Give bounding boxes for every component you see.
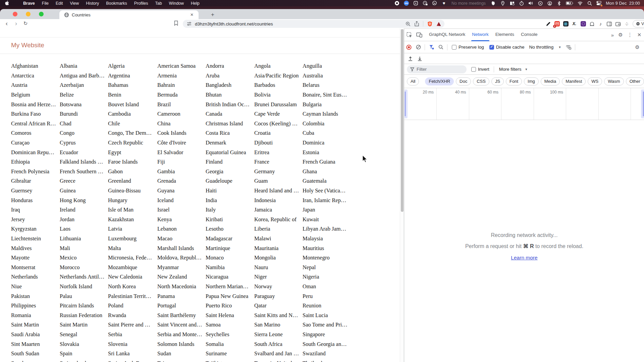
country-item[interactable]: Syrian Arab Rep…: [108, 360, 157, 362]
devtools-tab-elements[interactable]: Elements: [492, 29, 518, 41]
country-item[interactable]: Lithuania: [60, 235, 108, 242]
country-item[interactable]: Northern Marian…: [206, 283, 254, 290]
country-item[interactable]: Micronesia, Fede…: [108, 254, 157, 261]
menu-item-history[interactable]: History: [86, 1, 99, 6]
country-item[interactable]: Cayman Islands: [303, 111, 365, 117]
country-item[interactable]: San Marino: [254, 321, 303, 328]
network-conditions-icon[interactable]: [564, 41, 573, 53]
country-item[interactable]: Saint Barthélemy: [157, 312, 206, 319]
network-overview-timeline[interactable]: 20 ms40 ms60 ms80 ms100 ms: [404, 88, 644, 120]
sidebar-extension-icon[interactable]: [606, 21, 612, 27]
country-item[interactable]: Congo: [60, 130, 108, 136]
country-item[interactable]: Panama: [157, 293, 206, 300]
overview-left-handle[interactable]: [405, 89, 408, 118]
heart-icon[interactable]: ♥: [441, 1, 446, 6]
country-item[interactable]: Gambia: [157, 168, 206, 175]
country-item[interactable]: Bhutan: [206, 92, 254, 98]
country-item[interactable]: Saint Lucia: [303, 312, 365, 319]
country-item[interactable]: Mongolia: [254, 254, 303, 261]
country-item[interactable]: Cameroon: [157, 111, 206, 117]
country-item[interactable]: Chad: [60, 120, 108, 127]
country-item[interactable]: Austria: [11, 82, 60, 88]
country-item[interactable]: Dominican Repu…: [11, 149, 60, 156]
country-item[interactable]: Suriname: [206, 350, 254, 357]
country-item[interactable]: Slovakia: [60, 341, 108, 348]
chip-other[interactable]: Other: [626, 77, 644, 85]
overview-right-handle[interactable]: [641, 89, 644, 118]
country-item[interactable]: Saint Martin: [60, 321, 108, 328]
country-item[interactable]: Morocco: [60, 264, 108, 271]
country-item[interactable]: Monaco: [206, 254, 254, 261]
country-item[interactable]: India: [206, 197, 254, 204]
country-item[interactable]: American Samoa: [157, 63, 206, 69]
country-item[interactable]: Bouvet Island: [108, 101, 157, 108]
country-item[interactable]: Malta: [108, 245, 157, 252]
country-item[interactable]: Nepal: [303, 264, 365, 271]
filter-input[interactable]: [417, 67, 460, 72]
country-item[interactable]: Faroe Islands: [108, 159, 157, 165]
country-item[interactable]: Nauru: [254, 264, 303, 271]
country-item[interactable]: Iraq: [11, 206, 60, 213]
country-item[interactable]: Paraguay: [254, 293, 303, 300]
country-item[interactable]: Moldova, Republ…: [157, 254, 206, 261]
volume-icon[interactable]: [528, 1, 533, 6]
country-item[interactable]: Guyana: [157, 187, 206, 194]
country-item[interactable]: China: [157, 120, 206, 127]
back-button[interactable]: ‹: [3, 19, 11, 27]
country-item[interactable]: South Africa: [254, 341, 303, 348]
vpn-button[interactable]: VPN: [633, 20, 644, 27]
country-item[interactable]: Spain: [60, 350, 108, 357]
country-item[interactable]: Cape Verde: [254, 111, 303, 117]
country-item[interactable]: Guinea-Bissau: [108, 187, 157, 194]
inspect-element-icon[interactable]: [404, 29, 414, 41]
chip-ws[interactable]: WS: [588, 77, 602, 85]
country-item[interactable]: Antigua and Barb…: [60, 72, 108, 79]
country-item[interactable]: Sudan: [157, 350, 206, 357]
country-item[interactable]: Guadeloupe: [206, 178, 254, 184]
country-item[interactable]: Pakistan: [11, 293, 60, 300]
country-item[interactable]: Macao: [157, 235, 206, 242]
country-item[interactable]: Sri Lanka: [108, 350, 157, 357]
x-extension-icon[interactable]: X.: [572, 21, 577, 27]
country-item[interactable]: Montenegro: [303, 254, 365, 261]
country-item[interactable]: Cyprus: [60, 139, 108, 146]
devtools-tab-console[interactable]: Console: [518, 29, 541, 41]
menu-item-tab[interactable]: Tab: [155, 1, 162, 6]
wifi-icon[interactable]: [578, 1, 583, 6]
zoom-app-icon[interactable]: zm: [404, 1, 409, 6]
country-item[interactable]: Saudi Arabia: [11, 331, 60, 338]
bookmark-icon[interactable]: [174, 20, 178, 27]
bluetooth-icon[interactable]: [556, 1, 561, 6]
country-item[interactable]: Croatia: [254, 130, 303, 136]
country-item[interactable]: Gabon: [108, 168, 157, 175]
country-item[interactable]: Grenada: [157, 178, 206, 184]
country-item[interactable]: Myanmar: [157, 264, 206, 271]
country-item[interactable]: Barbados: [254, 82, 303, 88]
country-item[interactable]: Greenland: [108, 178, 157, 184]
country-item[interactable]: Burkina Faso: [11, 111, 60, 117]
country-item[interactable]: Poland: [108, 302, 157, 309]
country-item[interactable]: Senegal: [60, 331, 108, 338]
whatsapp-icon[interactable]: [432, 1, 437, 6]
country-item[interactable]: Thailand: [303, 360, 365, 362]
page-scrollbar[interactable]: [400, 28, 404, 362]
country-item[interactable]: Kyrgyzstan: [11, 226, 60, 232]
battery-icon[interactable]: [566, 1, 573, 6]
country-item[interactable]: Saint Martin: [11, 321, 60, 328]
country-item[interactable]: Bermuda: [157, 92, 206, 98]
country-item[interactable]: Ethiopia: [11, 159, 60, 165]
invert-checkbox[interactable]: Invert: [471, 67, 489, 72]
country-item[interactable]: Serbia: [108, 331, 157, 338]
site-settings-icon[interactable]: [187, 21, 192, 26]
country-item[interactable]: Rwanda: [108, 312, 157, 319]
country-item[interactable]: New Caledonia: [108, 274, 157, 280]
menu-item-profiles[interactable]: Profiles: [134, 1, 148, 6]
window-tile-icon[interactable]: [509, 1, 515, 6]
country-item[interactable]: Guinea: [60, 187, 108, 194]
country-item[interactable]: Cambodia: [108, 111, 157, 117]
music-extension-icon[interactable]: ♪: [598, 21, 603, 27]
country-item[interactable]: Côte d'Ivoire: [157, 139, 206, 146]
country-item[interactable]: Sao Tome and Pri…: [303, 321, 365, 328]
country-item[interactable]: Equatorial Guinea: [206, 149, 254, 156]
country-item[interactable]: Solomon Islands: [157, 341, 206, 348]
